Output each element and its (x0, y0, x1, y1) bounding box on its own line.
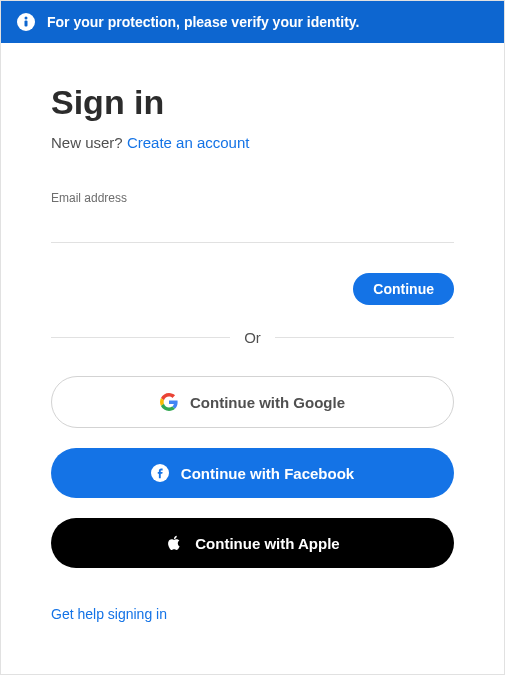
continue-with-apple-button[interactable]: Continue with Apple (51, 518, 454, 568)
apple-button-label: Continue with Apple (195, 535, 339, 552)
continue-with-facebook-button[interactable]: Continue with Facebook (51, 448, 454, 498)
email-field-group: Email address (51, 191, 454, 243)
verify-identity-banner: For your protection, please verify your … (0, 0, 505, 43)
divider-line-left (51, 337, 230, 338)
divider: Or (51, 329, 454, 346)
banner-message: For your protection, please verify your … (47, 14, 359, 30)
continue-row: Continue (51, 273, 454, 305)
help-signing-in-link[interactable]: Get help signing in (51, 606, 167, 622)
email-input[interactable] (51, 213, 454, 243)
apple-icon (165, 534, 183, 552)
divider-text: Or (230, 329, 275, 346)
continue-button[interactable]: Continue (353, 273, 454, 305)
create-account-link[interactable]: Create an account (127, 134, 250, 151)
info-icon (17, 13, 35, 31)
page-title: Sign in (51, 83, 454, 122)
svg-point-1 (25, 17, 28, 20)
signin-container: Sign in New user? Create an account Emai… (0, 43, 505, 675)
google-button-label: Continue with Google (190, 394, 345, 411)
divider-line-right (275, 337, 454, 338)
facebook-icon (151, 464, 169, 482)
google-icon (160, 393, 178, 411)
email-label: Email address (51, 191, 454, 205)
svg-rect-2 (25, 21, 28, 27)
continue-with-google-button[interactable]: Continue with Google (51, 376, 454, 428)
new-user-prompt: New user? Create an account (51, 134, 454, 151)
facebook-button-label: Continue with Facebook (181, 465, 354, 482)
new-user-text: New user? (51, 134, 127, 151)
